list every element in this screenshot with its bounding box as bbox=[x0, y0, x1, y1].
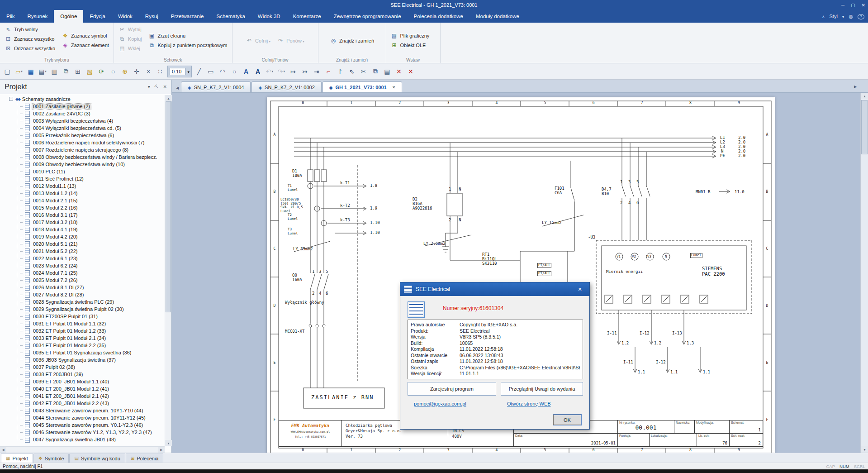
new-file-icon[interactable]: ▢ bbox=[2, 66, 13, 77]
tree-item[interactable]: 0005 Przekaźnik bezpieczeństwa (6) bbox=[17, 132, 165, 139]
refresh-icon[interactable]: ⟳ bbox=[96, 66, 107, 77]
tree-item[interactable]: 0026 Moduł 8.1 DI (27) bbox=[17, 284, 165, 291]
tree-root[interactable]: Schematy zasadnicze bbox=[0, 95, 165, 103]
corner-tool-icon[interactable]: ⌐ bbox=[323, 66, 334, 77]
scroll-up-icon[interactable]: ▲ bbox=[861, 93, 868, 99]
panel-close-icon[interactable] bbox=[163, 84, 167, 89]
tree-item[interactable]: 0045 Sterowanie zaworów pneum. Y0.1-Y2.3… bbox=[17, 421, 165, 429]
sidebar-vertical-scrollbar[interactable]: ▲ ▼ bbox=[165, 95, 171, 446]
text-style-icon[interactable]: A bbox=[252, 66, 263, 77]
page-add-icon[interactable]: ⊞ bbox=[72, 66, 83, 77]
menu-item[interactable]: Widok 3D bbox=[251, 10, 287, 23]
arc-tool-icon[interactable]: ◠ bbox=[217, 66, 228, 77]
tab-close-icon[interactable] bbox=[392, 85, 396, 90]
open-web-link[interactable]: Otwórz stronę WEB bbox=[507, 401, 551, 406]
tab-symbole[interactable]: ❖ Symbole bbox=[33, 454, 69, 463]
register-program-button[interactable]: Zarejestruj program bbox=[408, 382, 496, 396]
wire-mid-icon[interactable]: ↣ bbox=[299, 66, 310, 77]
document-tab[interactable]: GH 1_2021_V73: 0001 bbox=[323, 81, 402, 92]
menu-item[interactable]: Przetwarzanie bbox=[165, 10, 210, 23]
support-email-link[interactable]: pomoc@ige-xao.com.pl bbox=[414, 401, 466, 406]
scrollbar-thumb[interactable] bbox=[861, 100, 868, 154]
canvas-vertical-scrollbar[interactable]: ▲ ▼ bbox=[860, 93, 868, 453]
wire-start-icon[interactable]: ↦ bbox=[288, 66, 299, 77]
tree-item[interactable]: 0011 Sieć Profinet (12) bbox=[17, 175, 165, 182]
dialog-close-icon[interactable] bbox=[574, 285, 586, 294]
tree-item[interactable]: 0016 Moduł 3.1 (17) bbox=[17, 211, 165, 219]
scrollbar-thumb[interactable] bbox=[166, 101, 171, 312]
zoom-in-icon[interactable]: ⊕ bbox=[119, 66, 130, 77]
wklej-button[interactable]: ▤Wklej bbox=[119, 44, 142, 53]
tree-item[interactable]: 0024 Moduł 7.1 (25) bbox=[17, 269, 165, 277]
tree-item[interactable]: 0033 ET Pulpit 01 Moduł 2.1 (34) bbox=[17, 334, 165, 342]
tree-item[interactable]: 0027 Moduł 8.2 DI (28) bbox=[17, 291, 165, 298]
tree-item[interactable]: 0029 Sygnalizacja świetlna Pulpit 02 (30… bbox=[17, 306, 165, 313]
zoom-icon[interactable]: ○ bbox=[108, 66, 119, 77]
tree-item[interactable]: 0038 ET 200JB01 (39) bbox=[17, 371, 165, 378]
copy-icon[interactable]: ⧉ bbox=[370, 66, 381, 77]
circle-tool-icon[interactable]: ○ bbox=[229, 66, 240, 77]
tree-item[interactable]: 0040 ET 200_JB01 Moduł 1.2 (41) bbox=[17, 385, 165, 392]
tree-item[interactable]: 0021 Moduł 5.2 (22) bbox=[17, 248, 165, 255]
page-properties-icon[interactable]: ▥ bbox=[49, 66, 60, 77]
tree-item[interactable]: 0042 ET 200_JB01 Moduł 2.2 (43) bbox=[17, 400, 165, 407]
pan-icon[interactable]: ✛ bbox=[131, 66, 142, 77]
tree-item[interactable]: 0032 ET Pulpit 01 Moduł 1.2 (33) bbox=[17, 327, 165, 334]
menu-item[interactable]: Rysuj bbox=[139, 10, 165, 23]
scroll-up-icon[interactable]: ▲ bbox=[165, 95, 172, 101]
undo-icon[interactable]: ↶ bbox=[264, 66, 275, 77]
menu-item[interactable]: Widok bbox=[112, 10, 139, 23]
open-icon[interactable]: ▱ bbox=[14, 66, 24, 77]
save-icon[interactable]: ▦ bbox=[25, 66, 36, 77]
scroll-right-icon[interactable]: ▶ bbox=[158, 447, 165, 453]
ponow-button[interactable]: ↷Ponów bbox=[277, 37, 304, 45]
tree-item[interactable]: 0035 ET Pulpit 01 Sygnalizacja świetlna … bbox=[17, 349, 165, 356]
tree-item[interactable]: 0043 Sterowanie zaworów pneum. 10Y1-Y10 … bbox=[17, 407, 165, 414]
tree-item[interactable]: 0034 ET Pulpit 01 Moduł 2.2 (35) bbox=[17, 342, 165, 349]
pointer-up-icon[interactable]: ↾ bbox=[335, 66, 346, 77]
menu-item[interactable]: Schematyka bbox=[210, 10, 251, 23]
tab-polecenia[interactable]: ⊞ Polecenia bbox=[126, 454, 164, 463]
tree-item[interactable]: 0039 ET 200_JB01 Moduł 1.1 (40) bbox=[17, 378, 165, 385]
tree-item[interactable]: 0013 Moduł 1.2 (14) bbox=[17, 190, 165, 197]
tab-nav-left-icon[interactable] bbox=[174, 83, 181, 92]
tree-item[interactable]: 0044 Sterowanie zaworów pneum. 10Y11-Y12… bbox=[17, 414, 165, 421]
tree-item[interactable]: 0008 Obwody bezbieczeństwa windy / Barie… bbox=[17, 153, 165, 161]
line-tool-icon[interactable]: ╱ bbox=[194, 66, 204, 77]
menu-item[interactable]: Rysunek bbox=[21, 10, 54, 23]
menu-item[interactable]: Edycja bbox=[83, 10, 112, 23]
scroll-down-icon[interactable]: ▼ bbox=[861, 446, 868, 453]
tree-item[interactable]: 0030 ET200SP Pulpit 01 (31) bbox=[17, 313, 165, 320]
grid-size-value[interactable]: 0.10 bbox=[170, 68, 185, 75]
minimize-icon[interactable]: ─ bbox=[841, 3, 844, 8]
delete-icon[interactable]: ✕ bbox=[394, 66, 404, 77]
tree-item[interactable]: 0031 ET Pulpit 01 Moduł 1.1 (32) bbox=[17, 320, 165, 327]
tree-item[interactable]: 0002 Zasilanie 24VDC (3) bbox=[17, 110, 165, 117]
tab-nav-right-icon[interactable] bbox=[852, 82, 859, 91]
grid-points-icon[interactable]: ∷ bbox=[155, 66, 166, 77]
release-notes-button[interactable]: Przeglądnij Uwagi do wydania bbox=[501, 382, 583, 396]
close-icon[interactable]: ✕ bbox=[862, 3, 865, 8]
document-tab[interactable]: SN_P_K7_2_V1: 0002 bbox=[251, 81, 321, 92]
snap-cross-icon[interactable]: × bbox=[143, 66, 154, 77]
rectangle-tool-icon[interactable]: ▭ bbox=[205, 66, 216, 77]
print-icon[interactable]: ▤ bbox=[37, 66, 48, 77]
tree-item[interactable]: 0019 Moduł 4.2 (20) bbox=[17, 233, 165, 240]
wire-end-icon[interactable]: ⇥ bbox=[311, 66, 322, 77]
redo-icon[interactable]: ↷ bbox=[276, 66, 287, 77]
tree-item[interactable]: 0018 Moduł 4.1 (19) bbox=[17, 226, 165, 233]
collapse-icon[interactable] bbox=[9, 97, 13, 101]
kopiuj-z-punktem-button[interactable]: ⧉Kopiuj z punktem początkowym bbox=[148, 41, 227, 49]
collapse-ribbon-icon[interactable] bbox=[822, 14, 825, 19]
tree-item[interactable]: 0047 Sygnalizacja świetlna JB01 (48) bbox=[17, 436, 165, 443]
menu-item[interactable]: Komentarze bbox=[287, 10, 327, 23]
sidebar-horizontal-scrollbar[interactable]: ◀ ▶ bbox=[0, 446, 165, 453]
zaznacz-wszystko-button[interactable]: ⊡Zaznacz wszystko bbox=[5, 35, 55, 43]
menu-item[interactable]: Moduły dodatkowe bbox=[470, 10, 526, 23]
menu-item[interactable]: Polecenia dodatkowe bbox=[408, 10, 470, 23]
scroll-left-icon[interactable]: ◀ bbox=[0, 447, 6, 453]
paste-icon[interactable]: ▤ bbox=[382, 66, 393, 77]
tree-item[interactable]: 0003 Wyłączniki bezpieczeństwa (4) bbox=[17, 117, 165, 124]
tree-item[interactable]: 0012 Moduł1.1 (13) bbox=[17, 182, 165, 190]
kopiuj-button[interactable]: ⧉Kopiuj bbox=[119, 35, 142, 43]
